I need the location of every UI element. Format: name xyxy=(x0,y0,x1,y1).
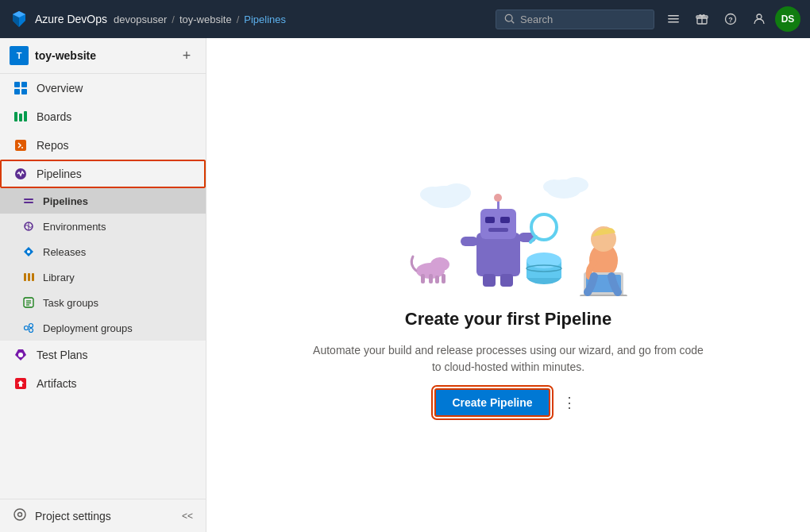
sidebar-item-pipelines[interactable]: Pipelines xyxy=(0,160,206,188)
svg-point-48 xyxy=(543,179,565,194)
search-box[interactable]: Search xyxy=(496,10,654,29)
pipeline-actions: Create Pipeline ⋮ xyxy=(434,388,581,417)
sidebar-label-boards: Boards xyxy=(37,110,71,123)
sidebar-item-test-plans[interactable]: Test Plans xyxy=(0,341,206,369)
environments-icon xyxy=(22,220,35,233)
svg-point-35 xyxy=(29,329,33,333)
pipelines-sub-icon xyxy=(22,195,35,207)
svg-point-40 xyxy=(14,509,25,520)
sidebar: T toy-website + Overview xyxy=(0,38,206,532)
boards-icon xyxy=(13,109,29,125)
svg-point-44 xyxy=(442,183,471,202)
svg-rect-16 xyxy=(19,114,22,121)
main-content: Create your first Pipeline Automate your… xyxy=(206,38,810,532)
add-project-button[interactable]: + xyxy=(177,46,196,65)
project-icon: T xyxy=(10,46,29,65)
svg-rect-65 xyxy=(461,237,478,246)
sidebar-sub-label-pipelines: Pipelines xyxy=(43,195,88,207)
breadcrumb: devopsuser / toy-website / Pipelines xyxy=(114,13,286,25)
people-icon-btn[interactable] xyxy=(746,6,772,32)
svg-rect-15 xyxy=(14,112,17,121)
sidebar-sub-label-deployment-groups: Deployment groups xyxy=(43,322,133,334)
sidebar-label-test-plans: Test Plans xyxy=(37,349,88,361)
top-nav: Azure DevOps devopsuser / toy-website / … xyxy=(0,0,810,38)
pipeline-illustration xyxy=(381,153,635,296)
app-name: Azure DevOps xyxy=(35,13,107,25)
pipelines-subsection: Pipelines Environments xyxy=(0,188,206,341)
sidebar-sub-label-library: Library xyxy=(43,272,75,283)
test-plans-icon xyxy=(13,347,29,363)
create-pipeline-button[interactable]: Create Pipeline xyxy=(434,388,550,417)
svg-rect-22 xyxy=(24,202,33,203)
sidebar-item-boards[interactable]: Boards xyxy=(0,102,206,131)
svg-point-10 xyxy=(757,14,762,19)
sidebar-sub-label-releases: Releases xyxy=(43,246,86,258)
sidebar-sub-pipelines[interactable]: Pipelines xyxy=(0,188,206,214)
pipelines-icon xyxy=(13,166,29,182)
repos-icon xyxy=(13,137,29,153)
svg-point-53 xyxy=(440,258,445,264)
sidebar-label-pipelines: Pipelines xyxy=(37,168,82,180)
sidebar-item-repos[interactable]: Repos xyxy=(0,131,206,160)
project-settings-item[interactable]: Project settings << xyxy=(0,499,206,532)
sidebar-sub-task-groups[interactable]: Task groups xyxy=(0,290,206,315)
svg-rect-69 xyxy=(483,274,496,287)
nav-icons: ? DS xyxy=(661,6,800,32)
svg-rect-54 xyxy=(421,274,425,283)
overview-icon xyxy=(13,80,29,96)
svg-rect-58 xyxy=(476,233,520,276)
artifacts-icon xyxy=(13,376,29,391)
gift-icon-btn[interactable] xyxy=(689,6,715,32)
project-name: toy-website xyxy=(35,49,96,62)
help-icon-btn[interactable]: ? xyxy=(718,6,743,32)
sidebar-item-overview[interactable]: Overview xyxy=(0,74,206,102)
sidebar-bottom: Project settings << xyxy=(0,499,206,532)
sidebar-sub-environments[interactable]: Environments xyxy=(0,214,206,239)
svg-rect-56 xyxy=(435,276,439,283)
sidebar-sub-library[interactable]: Library xyxy=(0,264,206,290)
svg-point-0 xyxy=(505,14,512,21)
pipeline-empty-state: Create your first Pipeline Automate your… xyxy=(310,153,707,417)
task-groups-icon xyxy=(22,296,35,309)
sidebar-label-artifacts: Artifacts xyxy=(37,377,77,390)
breadcrumb-sep1: / xyxy=(172,13,175,25)
svg-rect-14 xyxy=(21,89,27,94)
svg-rect-11 xyxy=(14,82,20,87)
svg-rect-21 xyxy=(24,199,33,200)
sidebar-label-overview: Overview xyxy=(37,82,83,94)
svg-rect-59 xyxy=(480,209,516,239)
svg-rect-55 xyxy=(429,274,433,283)
breadcrumb-current: Pipelines xyxy=(244,13,286,25)
search-placeholder: Search xyxy=(520,13,553,25)
avatar[interactable]: DS xyxy=(775,6,800,32)
svg-rect-12 xyxy=(21,82,27,87)
svg-line-36 xyxy=(29,326,29,327)
svg-rect-17 xyxy=(24,111,27,121)
collapse-icon[interactable]: << xyxy=(182,511,193,522)
svg-line-37 xyxy=(29,329,29,330)
svg-rect-4 xyxy=(668,21,679,23)
more-options-button[interactable]: ⋮ xyxy=(557,390,582,415)
sidebar-label-repos: Repos xyxy=(37,139,68,152)
breadcrumb-project[interactable]: toy-website xyxy=(179,13,232,25)
svg-rect-57 xyxy=(442,274,446,283)
menu-icon-btn[interactable] xyxy=(661,6,686,32)
breadcrumb-user[interactable]: devopsuser xyxy=(114,13,167,25)
svg-point-41 xyxy=(18,513,22,517)
app-logo[interactable]: Azure DevOps xyxy=(10,10,107,29)
help-icon: ? xyxy=(724,13,737,25)
svg-rect-26 xyxy=(24,273,26,281)
sidebar-item-artifacts[interactable]: Artifacts xyxy=(0,369,206,398)
library-icon xyxy=(22,271,35,283)
project-title-row[interactable]: T toy-website xyxy=(10,46,96,65)
svg-point-52 xyxy=(435,258,440,264)
svg-point-34 xyxy=(29,324,33,328)
search-icon xyxy=(504,13,515,25)
svg-rect-13 xyxy=(14,89,20,94)
sidebar-sub-deployment-groups[interactable]: Deployment groups xyxy=(0,315,206,341)
svg-rect-3 xyxy=(668,18,679,20)
sidebar-sub-releases[interactable]: Releases xyxy=(0,239,206,264)
settings-icon xyxy=(13,507,27,524)
project-header: T toy-website + xyxy=(0,38,206,74)
people-icon xyxy=(753,13,766,25)
